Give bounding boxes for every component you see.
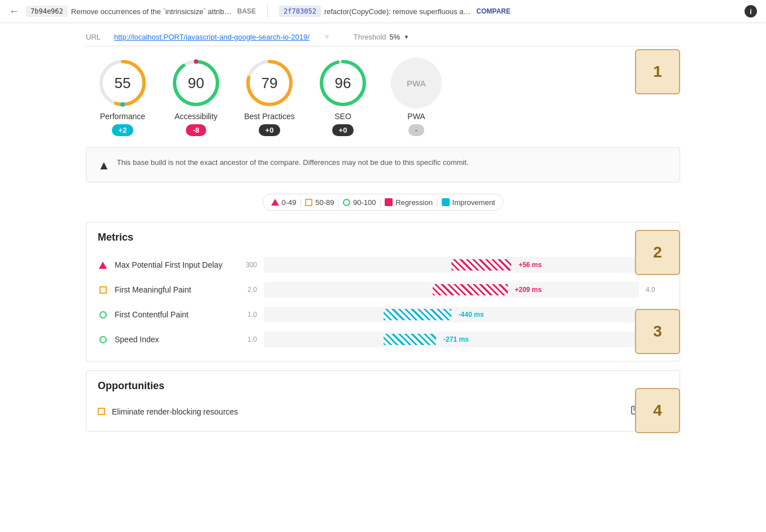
score-label-accessibility: Accessibility [175,112,217,121]
metric-row-max-potential-fid: Max Potential First Input Delay 300 +56 … [98,252,668,277]
score-circle-best-practices: 79 [244,58,295,108]
url-value: http://localhost:PORT/javascript-and-goo… [114,33,310,41]
svg-point-2 [120,102,125,107]
header-divider [267,5,268,18]
threshold-value: 5% [390,33,401,41]
warning-box: ▲ This base build is not the exact ances… [86,147,680,182]
url-bar: URL http://localhost:PORT/javascript-and… [86,32,680,46]
score-cards: 55 Performance +2 90 Accessibility -8 [86,58,680,136]
legend: 0-49 | 50-89 | 90-100 | Regression | [86,194,680,211]
score-label-performance: Performance [100,112,145,121]
main-content: URL http://localhost:PORT/javascript-and… [72,23,694,450]
score-badge-best-practices: +0 [259,124,281,136]
opportunities-section: Opportunities Eliminate render-blocking … [86,370,680,431]
metric-bar-segment-first-meaningful-paint [433,284,508,295]
metric-left-first-contentful-paint: 1.0 [234,311,257,319]
header-bar: ← 7b94e962 Remove occurrences of the `in… [0,0,766,23]
legend-triangle-icon [271,199,279,206]
compare-commit: 2f783052 refactor(CopyCode): remove supe… [279,6,511,17]
score-label-best-practices: Best Practices [244,112,294,121]
metric-icon-wrap-max-potential-fid [98,260,108,270]
score-number-performance: 55 [115,75,131,92]
compare-hash: 2f783052 [279,6,321,17]
opp-icon-eliminate-render-blocking [98,408,105,415]
legend-item-regression: Regression [385,198,433,207]
score-circle-seo: 96 [317,58,368,108]
metric-bar-label-max-potential-fid: +56 ms [515,259,545,271]
threshold-block: Threshold 5% ▼ [354,33,410,41]
metric-icon-wrap-first-meaningful-paint [98,285,108,295]
threshold-label: Threshold [354,33,386,41]
metric-icon-wrap-speed-index [98,334,108,345]
opp-name-eliminate-render-blocking: Eliminate render-blocking resources [112,407,623,416]
base-commit: 7b94e962 Remove occurrences of the `intr… [26,6,256,17]
metric-bar-segment-first-contentful-paint [384,309,451,320]
metric-left-first-meaningful-paint: 2.0 [234,286,257,294]
metric-right-first-meaningful-paint: 4.0 [646,286,668,294]
annotation-2: 2 [635,230,680,275]
metric-icon-circle [99,336,107,343]
score-circle-accessibility: 90 [171,58,221,108]
score-number-best-practices: 79 [262,75,278,92]
metric-row-first-contentful-paint: First Contentful Paint 1.0 -440 ms 4.0 [98,302,668,327]
legend-label-90-100: 90-100 [353,198,376,207]
info-icon[interactable]: i [745,5,757,18]
metrics-section: Metrics Max Potential First Input Delay … [86,222,680,361]
opp-row-eliminate-render-blocking: Eliminate render-blocking resources 2 → … [98,401,668,422]
annotation-4: 4 [635,388,680,433]
pwa-circle: PWA [391,58,442,108]
metric-bar-first-meaningful-paint: +209 ms [264,282,639,298]
metric-row-speed-index: Speed Index 1.0 -271 ms 4.0 [98,327,668,352]
legend-item-improvement: Improvement [442,198,495,207]
warning-text: This base build is not the exact ancesto… [117,157,469,169]
legend-label-regression: Regression [395,198,433,207]
base-label: BASE [237,7,256,15]
compare-desc: refactor(CopyCode): remove superfluous a… [324,7,471,16]
legend-item-0-49: 0-49 [271,198,297,207]
score-label-pwa: PWA [407,112,425,121]
base-desc: Remove occurrences of the `intrinsicsize… [71,7,232,16]
base-hash: 7b94e962 [26,6,68,17]
metric-left-max-potential-fid: 300 [234,261,257,269]
warning-icon: ▲ [98,158,110,173]
content-wrapper: URL http://localhost:PORT/javascript-and… [86,32,680,431]
legend-pill: 0-49 | 50-89 | 90-100 | Regression | [263,194,504,211]
score-card-seo: 96 SEO +0 [317,58,368,136]
legend-label-improvement: Improvement [452,198,495,207]
threshold-dropdown-icon[interactable]: ▼ [403,34,409,40]
url-label: URL [86,33,101,41]
score-label-seo: SEO [334,112,351,121]
score-card-best-practices: 79 Best Practices +0 [244,58,295,136]
legend-improvement-icon [442,198,450,206]
score-number-accessibility: 90 [188,75,204,92]
annotation-1: 1 [635,49,680,94]
score-badge-seo: +0 [332,124,354,136]
metric-icon-circle [99,311,107,319]
compare-label: COMPARE [476,7,510,15]
metric-row-first-meaningful-paint: First Meaningful Paint 2.0 +209 ms 4.0 [98,277,668,302]
metric-bar-max-potential-fid: +56 ms [264,257,639,273]
metric-bar-segment-max-potential-fid [451,259,511,271]
opportunities-rows: Eliminate render-blocking resources 2 → … [98,401,668,422]
metrics-rows: Max Potential First Input Delay 300 +56 … [98,252,668,352]
legend-regression-icon [385,198,393,206]
legend-label-50-89: 50-89 [315,198,334,207]
svg-point-5 [194,59,198,64]
metric-name-first-meaningful-paint: First Meaningful Paint [115,285,228,294]
metric-bar-label-first-contentful-paint: -440 ms [455,309,488,320]
metric-icon-square [99,286,107,294]
score-badge-pwa: - [408,124,424,136]
opportunities-title: Opportunities [98,380,668,392]
score-badge-performance: +2 [112,124,134,136]
metrics-title: Metrics [98,232,668,243]
back-button[interactable]: ← [9,6,19,18]
metric-name-max-potential-fid: Max Potential First Input Delay [115,260,228,269]
metric-name-speed-index: Speed Index [115,335,228,344]
legend-item-90-100: 90-100 [343,198,376,207]
metric-bar-segment-speed-index [384,334,436,345]
score-card-pwa: PWA PWA - [391,58,442,136]
annotation-3: 3 [635,309,680,354]
score-number-seo: 96 [335,75,351,92]
legend-circle-icon [343,199,350,206]
metric-left-speed-index: 1.0 [234,335,257,343]
